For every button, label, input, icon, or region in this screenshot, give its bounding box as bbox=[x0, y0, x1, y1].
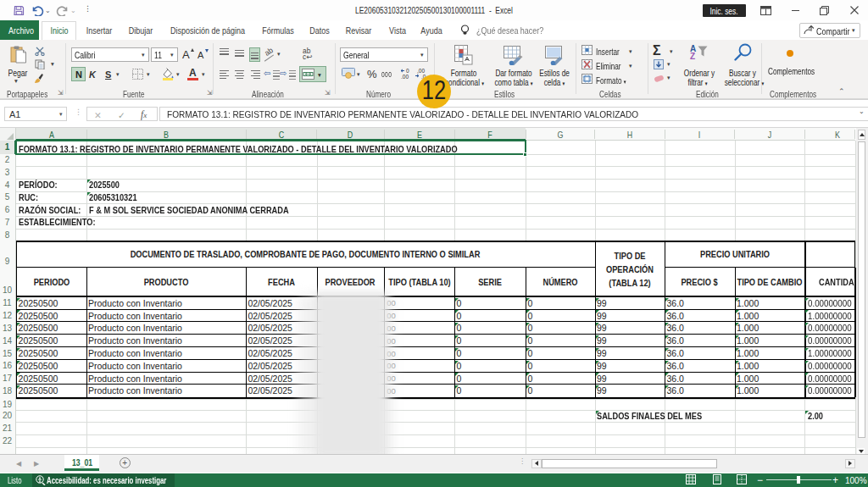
svg-text:,00: ,00 bbox=[401, 74, 409, 80]
